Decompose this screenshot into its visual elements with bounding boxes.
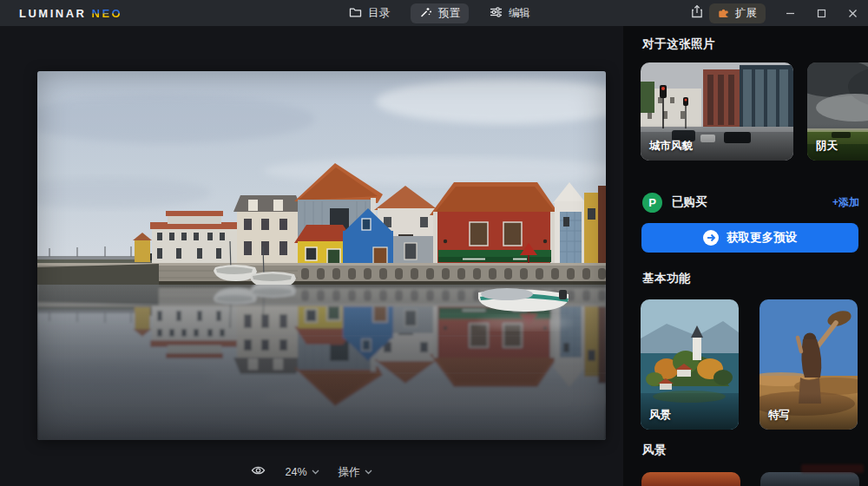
- get-more-presets-label: 获取更多预设: [727, 230, 797, 246]
- chevron-down-icon: [312, 470, 319, 475]
- photo-preview[interactable]: [37, 71, 606, 440]
- tab-presets-label: 预置: [438, 6, 460, 21]
- section-title-essentials: 基本功能: [642, 271, 691, 286]
- share-button[interactable]: [684, 0, 710, 26]
- presets-sidebar: 对于这张照片 城市: [623, 26, 868, 486]
- zoom-level: 24%: [285, 466, 306, 478]
- luminar-neo-window: LUMINAR NEO 目录 预置: [0, 0, 868, 486]
- editor-canvas: 24% 操作: [0, 26, 623, 486]
- main-nav-tabs: 目录 预置: [340, 0, 539, 26]
- tab-edit-label: 编辑: [509, 6, 530, 21]
- preset-card-closeup[interactable]: 特写: [760, 299, 858, 430]
- extensions-button[interactable]: 扩展: [709, 3, 766, 23]
- title-bar: LUMINAR NEO 目录 预置: [0, 0, 868, 26]
- actions-menu[interactable]: 操作: [339, 465, 372, 480]
- zoom-control[interactable]: 24%: [285, 466, 319, 478]
- preset-card-label: 城市风貌: [649, 139, 693, 154]
- tab-presets[interactable]: 预置: [411, 3, 469, 23]
- preset-card-overcast[interactable]: 阴天: [807, 62, 868, 161]
- purchased-label: 已购买: [672, 194, 707, 210]
- extensions-label: 扩展: [735, 6, 757, 21]
- tab-catalog-label: 目录: [368, 6, 390, 21]
- puzzle-icon: [718, 6, 730, 21]
- sliders-icon: [490, 6, 503, 21]
- magic-wand-icon: [419, 5, 432, 21]
- viewer-footer: 24% 操作: [0, 458, 623, 486]
- section-title-landscape: 风景: [642, 443, 667, 458]
- section-title-for-this-photo: 对于这张照片: [642, 36, 715, 52]
- tab-catalog[interactable]: 目录: [340, 3, 398, 23]
- add-presets-link[interactable]: +添加: [832, 195, 859, 210]
- preset-card-landscape[interactable]: 风景: [641, 299, 739, 430]
- logo-neo: NEO: [92, 7, 123, 20]
- tab-edit[interactable]: 编辑: [481, 3, 539, 23]
- app-logo: LUMINAR NEO: [19, 7, 122, 20]
- preset-card-partial-sunset[interactable]: [641, 472, 740, 486]
- preset-card-label: 风景: [649, 408, 671, 423]
- folder-icon: [349, 6, 362, 21]
- preset-card-cityscape[interactable]: 城市风貌: [641, 62, 793, 161]
- preset-card-partial-dark[interactable]: [760, 472, 859, 486]
- arrow-right-icon: [703, 230, 719, 246]
- actions-label: 操作: [339, 465, 360, 480]
- logo-luminar: LUMINAR: [19, 7, 86, 20]
- close-button[interactable]: [837, 0, 868, 26]
- window-controls: [774, 0, 868, 26]
- preset-card-label: 特写: [768, 408, 790, 423]
- preview-eye-button[interactable]: [251, 464, 266, 480]
- purchased-row: P 已购买 +添加: [642, 191, 859, 213]
- maximize-button[interactable]: [806, 0, 837, 26]
- chevron-down-icon: [365, 470, 372, 475]
- preset-card-label: 阴天: [816, 139, 838, 154]
- presets-badge-icon: P: [642, 193, 662, 213]
- watermark: [801, 464, 864, 473]
- get-more-presets-button[interactable]: 获取更多预设: [641, 223, 858, 253]
- minimize-button[interactable]: [774, 0, 806, 26]
- share-icon: [690, 4, 704, 23]
